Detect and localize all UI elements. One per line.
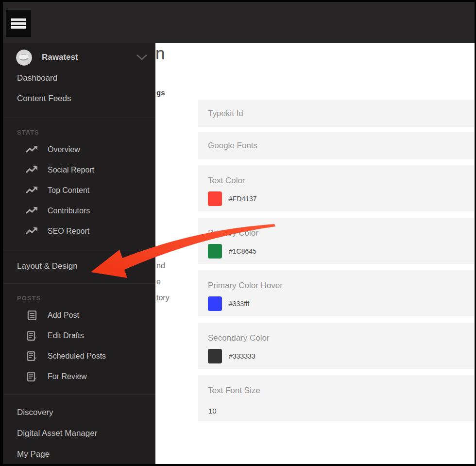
account-switcher[interactable]: Rawatest — [3, 43, 155, 68]
primary-color-swatch[interactable] — [208, 244, 222, 259]
primary-color-hover-label: Primary Color Hover — [208, 281, 283, 291]
document-edit-icon — [25, 372, 39, 381]
primary-color-field: Primary Color #1C8645 — [198, 218, 474, 264]
sidebar-item-social-report[interactable]: Social Report — [3, 160, 155, 180]
typekit-id-input[interactable] — [208, 100, 461, 127]
trending-up-icon — [25, 206, 39, 216]
sidebar-item-edit-drafts[interactable]: Edit Drafts — [3, 326, 155, 346]
trending-up-icon — [25, 226, 39, 236]
posts-section: POSTS Add Post Edit Drafts Scheduled Pos… — [3, 284, 155, 387]
hidden-menu-item[interactable]: nd — [156, 261, 165, 270]
typekit-id-field[interactable] — [198, 100, 474, 127]
primary-color-hover-field: Primary Color Hover #333fff — [198, 270, 474, 316]
sidebar-item-label: Scheduled Posts — [48, 352, 106, 361]
avatar — [16, 50, 32, 66]
primary-color-hover-value: #333fff — [229, 300, 249, 308]
bottom-nav-group: Discovery Digital Asset Manager My Page — [3, 394, 155, 464]
sidebar-item-label: Overview — [48, 145, 80, 154]
sidebar-item-for-review[interactable]: For Review — [3, 366, 155, 387]
trending-up-icon — [25, 145, 39, 155]
sidebar-item-discovery[interactable]: Discovery — [3, 402, 155, 423]
sidebar-item-digital-asset-manager[interactable]: Digital Asset Manager — [3, 423, 155, 444]
secondary-color-label: Secondary Color — [208, 333, 270, 343]
sidebar-item-top-content[interactable]: Top Content — [3, 180, 155, 201]
app-window: n gs nd e tory Text Color #FD4137 Primar… — [3, 2, 475, 464]
sidebar-item-contributors[interactable]: Contributors — [3, 201, 155, 221]
text-font-size-field[interactable]: Text Font Size 10 — [198, 375, 474, 421]
primary-color-label: Primary Color — [208, 228, 258, 238]
sidebar-item-label: Social Report — [48, 166, 94, 174]
sidebar-item-label: Add Post — [48, 311, 79, 320]
sidebar-item-label: For Review — [48, 372, 87, 381]
secondary-color-value: #333333 — [229, 352, 255, 360]
sidebar-item-label: Top Content — [48, 186, 89, 195]
account-name: Rawatest — [42, 52, 135, 62]
google-fonts-input[interactable] — [208, 132, 461, 159]
primary-color-hover-swatch[interactable] — [208, 296, 222, 311]
hidden-menu-item[interactable]: e — [156, 277, 161, 286]
sidebar: Rawatest Dashboard Content Feeds STATS O… — [3, 43, 155, 464]
primary-color-value: #1C8645 — [229, 247, 256, 255]
sidebar-item-dashboard[interactable]: Dashboard — [3, 68, 155, 88]
text-font-size-label: Text Font Size — [208, 386, 260, 396]
sidebar-item-seo-report[interactable]: SEO Report — [3, 221, 155, 242]
sidebar-item-my-page[interactable]: My Page — [3, 444, 155, 464]
text-color-field: Text Color #FD4137 — [198, 165, 474, 211]
text-color-value: #FD4137 — [229, 195, 257, 203]
sidebar-item-add-post[interactable]: Add Post — [3, 305, 155, 326]
hidden-menu-item[interactable]: tory — [156, 293, 170, 302]
document-edit-icon — [25, 351, 39, 361]
settings-form: Text Color #FD4137 Primary Color #1C8645… — [198, 100, 474, 421]
sidebar-item-label: Contributors — [48, 207, 90, 215]
page-title: n — [155, 44, 165, 63]
hamburger-menu-button[interactable] — [6, 10, 31, 37]
text-font-size-value[interactable]: 10 — [208, 407, 217, 415]
screenshot-frame: n gs nd e tory Text Color #FD4137 Primar… — [0, 0, 476, 466]
sidebar-item-content-feeds[interactable]: Content Feeds — [3, 88, 155, 109]
trending-up-icon — [25, 165, 39, 175]
text-color-label: Text Color — [208, 176, 245, 186]
sidebar-item-label: Edit Drafts — [48, 331, 84, 340]
trending-up-icon — [25, 186, 39, 195]
settings-subheading: gs — [156, 88, 165, 97]
secondary-color-swatch[interactable] — [208, 349, 222, 363]
main-content: n gs nd e tory Text Color #FD4137 Primar… — [155, 43, 475, 464]
document-icon — [25, 311, 39, 320]
google-fonts-field[interactable] — [198, 132, 474, 159]
menu-icon — [11, 18, 26, 21]
text-color-swatch[interactable] — [208, 191, 222, 206]
posts-section-title: POSTS — [3, 284, 155, 305]
stats-section-title: STATS — [3, 118, 155, 139]
stats-section: STATS Overview Social Report Top Content… — [3, 118, 155, 242]
sidebar-item-overview[interactable]: Overview — [3, 139, 155, 160]
chevron-down-icon[interactable] — [135, 53, 149, 61]
secondary-color-field: Secondary Color #333333 — [198, 323, 474, 369]
sidebar-item-scheduled-posts[interactable]: Scheduled Posts — [3, 346, 155, 366]
sidebar-item-label: SEO Report — [48, 227, 89, 236]
top-bar — [3, 2, 475, 43]
document-edit-icon — [25, 331, 39, 341]
sidebar-item-layout-design[interactable]: Layout & Design — [3, 249, 155, 284]
